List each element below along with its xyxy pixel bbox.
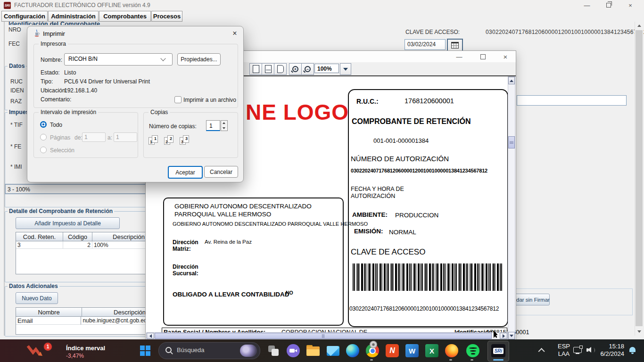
preview-scroll-down-button[interactable] xyxy=(508,332,515,339)
language-indicator[interactable]: ESP LAA xyxy=(554,343,574,358)
chrome-badge-overlay xyxy=(370,341,377,348)
start-button[interactable] xyxy=(138,343,153,358)
to-page-input[interactable] xyxy=(114,132,137,142)
cell-cod-reten[interactable]: 3 xyxy=(16,241,63,249)
preview-vertical-scrollbar[interactable] xyxy=(508,76,515,340)
main-vertical-scrollbar[interactable] xyxy=(635,22,643,336)
page-layout-book-button[interactable] xyxy=(274,63,287,75)
page-layout-fit-button[interactable] xyxy=(262,63,274,75)
screen: SRI FACTURADOR ELECTRÓNICO OFFLINE versi… xyxy=(0,0,644,362)
todo-radio[interactable] xyxy=(40,121,47,128)
chat-icon xyxy=(287,344,300,357)
ruc-label: RUC xyxy=(10,78,23,85)
preview-close-button[interactable]: × xyxy=(497,52,513,61)
preview-scroll-right-button[interactable] xyxy=(500,333,507,339)
collate-page-2b: 2 xyxy=(167,135,173,143)
estado-value: Listo xyxy=(64,69,76,76)
ubicacion-value: 192.168.1.40 xyxy=(64,87,97,94)
detalle-table[interactable]: Cod. Reten. Código Descripción 3 2 100% xyxy=(16,232,149,274)
col-descripcion2[interactable]: Descripción xyxy=(82,308,148,317)
firefox-running-indicator xyxy=(449,359,452,361)
search-box[interactable]: Búsqueda xyxy=(158,342,260,359)
page-layout-single-button[interactable] xyxy=(249,63,262,75)
col-nombre[interactable]: Nombre xyxy=(16,308,82,317)
tray-overflow-button[interactable] xyxy=(537,346,547,355)
retencion-porcentaje-field[interactable]: 3 - 100% xyxy=(5,184,156,194)
from-page-input[interactable] xyxy=(82,132,106,142)
spinner-down-icon[interactable] xyxy=(223,127,225,129)
chrome-button[interactable] xyxy=(365,343,380,358)
app-restore-button[interactable] xyxy=(598,0,619,10)
cell-email-value[interactable]: nube.iniguez@cnt.gob.ec xyxy=(81,317,148,325)
sri-app-button[interactable]: SRi xyxy=(487,341,509,362)
notification-button[interactable] xyxy=(629,346,636,355)
preview-scroll-left-button[interactable] xyxy=(147,333,154,339)
nuevo-dato-button[interactable]: Nuevo Dato xyxy=(16,292,58,304)
network-tray-button[interactable] xyxy=(573,346,584,355)
preview-minimize-button[interactable]: — xyxy=(451,52,467,61)
cell-descripcion[interactable]: 100% xyxy=(92,241,148,249)
hthumb-grip-icon xyxy=(322,334,324,338)
detalle-table-row[interactable]: 3 2 100% xyxy=(16,241,148,249)
paginas-radio[interactable] xyxy=(40,134,47,140)
word-button[interactable]: W xyxy=(405,343,420,358)
menu-procesos[interactable]: Procesos xyxy=(151,11,182,22)
mail-button[interactable] xyxy=(325,343,340,358)
word-icon: W xyxy=(405,344,419,357)
preview-scroll-up-button[interactable] xyxy=(508,77,515,84)
app-minimize-button[interactable]: — xyxy=(576,0,598,10)
file-explorer-button[interactable] xyxy=(305,343,321,358)
copies-count-field[interactable]: 1 xyxy=(206,120,220,131)
app-close-button[interactable]: × xyxy=(619,0,641,10)
clock-tray-button[interactable]: 15:18 6/2/2024 xyxy=(593,343,624,358)
cell-nombre[interactable]: Email xyxy=(16,317,81,325)
col-codigo[interactable]: Código xyxy=(63,232,92,241)
print-dialog-close-button[interactable]: × xyxy=(229,28,240,39)
zoom-level-dropdown-button[interactable] xyxy=(340,63,351,75)
edge-icon xyxy=(346,344,359,357)
print-to-file-checkbox[interactable] xyxy=(174,96,182,103)
zoom-level-combobox[interactable]: 100% xyxy=(314,64,339,73)
edge-button[interactable] xyxy=(345,343,360,358)
adicionales-table[interactable]: Nombre Descripción Email nube.iniguez@cn… xyxy=(16,307,149,335)
chat-button[interactable] xyxy=(286,343,301,358)
pdf-app-button[interactable]: N xyxy=(385,343,400,358)
preview-horizontal-scrollbar[interactable] xyxy=(146,332,508,339)
main-scroll-up-button[interactable] xyxy=(635,22,643,30)
speaker-cone xyxy=(587,347,591,353)
widgets-button[interactable]: 1 Índice merval -3,47% xyxy=(26,342,130,360)
fecha-emision-field[interactable]: 03/02/2024 xyxy=(405,39,446,50)
seleccion-radio[interactable] xyxy=(40,147,47,153)
ubicacion-label: Ubicación: xyxy=(41,87,67,94)
zoom-in-button[interactable]: + xyxy=(289,63,302,75)
col-descripcion[interactable]: Descripción xyxy=(92,232,148,241)
firefox-button[interactable] xyxy=(444,343,459,358)
preview-maximize-button[interactable] xyxy=(475,52,491,61)
datos-adicionales-title: Datos Adicionales xyxy=(8,283,59,289)
razon-social-input[interactable] xyxy=(517,95,627,106)
zoom-out-button[interactable]: − xyxy=(301,63,314,75)
excel-button[interactable]: X xyxy=(424,343,439,358)
calendar-button[interactable] xyxy=(447,39,463,52)
spinner-up-icon[interactable] xyxy=(223,122,225,124)
main-scroll-thumb[interactable] xyxy=(636,30,643,326)
preview-scroll-thumb[interactable] xyxy=(508,136,515,148)
doc-ambiente-label: AMBIENTE: xyxy=(352,211,388,218)
chrome-running-indicator xyxy=(370,359,373,361)
preview-hscroll-thumb[interactable] xyxy=(155,333,492,339)
tipo-label: * TIF xyxy=(10,122,23,128)
cell-codigo[interactable]: 2 xyxy=(63,241,92,249)
adicionales-table-row[interactable]: Email nube.iniguez@cnt.gob.ec xyxy=(16,317,148,325)
menu-comprobantes[interactable]: Comprobantes xyxy=(99,11,151,22)
printer-combobox[interactable]: RICOH B/N xyxy=(64,53,173,66)
copies-spinner[interactable] xyxy=(221,120,228,131)
anadir-impuesto-button[interactable]: Añadir Impuesto al Detalle xyxy=(16,217,120,229)
col-cod-reten[interactable]: Cod. Reten. xyxy=(16,232,63,241)
main-scroll-down-button[interactable] xyxy=(635,328,643,336)
propiedades-button[interactable]: Propiedades... xyxy=(177,53,221,66)
doc-clave-label: CLAVE DE ACCESO xyxy=(351,247,425,257)
spotify-button[interactable] xyxy=(465,343,480,358)
task-view-button[interactable] xyxy=(266,343,281,358)
cancelar-button[interactable]: Cancelar xyxy=(204,166,238,178)
aceptar-button[interactable]: Aceptar xyxy=(168,166,203,179)
